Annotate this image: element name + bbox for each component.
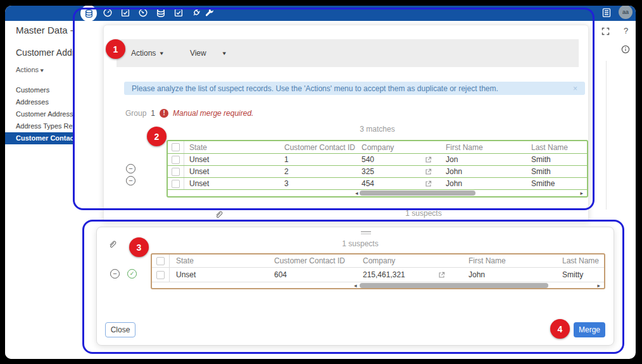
banner-close-icon[interactable]: × <box>573 84 577 93</box>
user-avatar[interactable]: aa <box>619 6 633 19</box>
expand-fullscreen-icon[interactable] <box>601 27 610 37</box>
suspects-count-strip: 1 suspects <box>392 209 455 218</box>
sidebar: Master Data - Refere Customer Addresses … <box>5 21 75 359</box>
gauge-icon[interactable] <box>138 8 148 18</box>
column-header-first-name: First Name <box>441 143 526 152</box>
page-title: Customer Addresses <box>16 47 75 58</box>
info-icon[interactable] <box>621 45 630 56</box>
database-server-icon[interactable] <box>156 8 166 18</box>
sidebar-item-address-types-reference[interactable]: Address Types Reference <box>5 120 75 132</box>
cell-company: 540 <box>356 155 415 164</box>
horizontal-scrollbar: ◂ ▸ <box>168 189 587 196</box>
column-header-first-name: First Name <box>456 256 557 265</box>
drag-handle-icon[interactable] <box>361 231 371 235</box>
select-all-checkbox[interactable] <box>172 143 180 151</box>
plug-icon[interactable] <box>191 8 201 18</box>
tasks-checklist-icon[interactable] <box>120 8 130 18</box>
horizontal-scrollbar: ◂ ▸ <box>152 282 604 288</box>
close-button[interactable]: Close <box>105 322 135 337</box>
manual-merge-warning: Manual merge required. <box>173 109 253 118</box>
dialog-toolbar: Actions ▾ View ▾ <box>116 39 579 67</box>
group-number: 1 <box>151 109 155 118</box>
cell-last-name: Smithe <box>526 179 587 188</box>
sidebar-item-customers[interactable]: Customers <box>5 84 75 96</box>
cell-state: Unset <box>170 270 269 279</box>
external-link-icon[interactable] <box>425 156 432 163</box>
unmerge-row-icon[interactable]: − <box>126 176 135 185</box>
annotation-4: 4 <box>550 319 570 339</box>
matches-table: State Customer Contact ID Company First … <box>167 140 588 198</box>
scroll-right-arrow[interactable]: ▸ <box>597 282 600 288</box>
panel-divider <box>606 61 607 210</box>
speedometer-icon[interactable] <box>103 8 113 18</box>
unmerge-row-icon[interactable]: − <box>110 269 120 279</box>
match-row[interactable]: Unset 2 325 John Smith <box>168 165 587 177</box>
warning-icon: ! <box>160 109 168 118</box>
column-header-company: Company <box>358 256 427 265</box>
table-header-row: State Customer Contact ID Company First … <box>152 254 604 267</box>
annotation-3: 3 <box>129 237 149 257</box>
match-row[interactable]: Unset 1 540 Jon Smith <box>168 153 587 165</box>
match-row[interactable]: Unset 3 454 John Smithe <box>168 177 587 189</box>
scroll-left-arrow[interactable]: ◂ <box>355 191 358 196</box>
row-checkbox[interactable] <box>172 168 180 176</box>
row-checkbox[interactable] <box>156 271 165 279</box>
cell-last-name: Smith <box>526 155 587 164</box>
cell-state: Unset <box>184 167 279 176</box>
caret-down-icon: ▾ <box>41 65 44 75</box>
annotation-1: 1 <box>106 39 125 59</box>
approvals-checklist-icon[interactable] <box>173 8 184 18</box>
column-header-contact-id: Customer Contact ID <box>279 143 356 152</box>
sidebar-actions-menu[interactable]: Actions ▾ <box>16 65 44 75</box>
group-header: Group 1 ! Manual merge required. <box>125 108 253 118</box>
column-header-state: State <box>184 143 279 152</box>
cell-last-name: Smith <box>526 167 587 176</box>
matches-count-title: 3 matches <box>167 125 588 134</box>
external-link-icon[interactable] <box>425 168 432 175</box>
view-menu-button[interactable]: View <box>190 49 206 58</box>
scrollbar-thumb[interactable] <box>360 191 475 196</box>
suspects-panel: 1 suspects State Customer Contact ID Com… <box>96 227 614 346</box>
caret-down-icon[interactable]: ▾ <box>160 50 163 56</box>
suspects-table: State Customer Contact ID Company First … <box>151 253 605 289</box>
scroll-left-arrow[interactable]: ◂ <box>354 282 357 288</box>
cell-company: 325 <box>356 167 415 176</box>
cell-first-name: John <box>441 179 526 188</box>
external-link-icon[interactable] <box>438 272 445 279</box>
caret-down-icon[interactable]: ▾ <box>222 50 225 56</box>
row-checkbox[interactable] <box>172 156 180 164</box>
cell-last-name: Smitty <box>557 270 604 279</box>
attachment-icon[interactable] <box>215 210 223 220</box>
unmerge-row-icon[interactable]: − <box>126 164 135 173</box>
cell-contact-id: 604 <box>269 270 358 279</box>
external-link-icon[interactable] <box>425 180 432 187</box>
cell-company: 454 <box>356 179 415 188</box>
info-banner-text: Please analyze the list of suspect recor… <box>132 84 498 93</box>
wrench-icon[interactable] <box>205 8 215 18</box>
suspects-count-title: 1 suspects <box>329 239 392 249</box>
top-navigation-bar: aa <box>5 6 636 21</box>
column-header-contact-id: Customer Contact ID <box>269 256 358 265</box>
merge-button[interactable]: Merge <box>574 322 605 337</box>
table-header-row: State Customer Contact ID Company First … <box>168 141 587 153</box>
sidebar-nav: Customers Addresses Customer Addresses A… <box>5 84 75 144</box>
attachment-icon[interactable] <box>108 239 117 250</box>
forms-list-icon[interactable] <box>601 8 612 18</box>
sidebar-item-customer-contacts[interactable]: Customer Contacts <box>5 132 75 144</box>
actions-menu-button[interactable]: Actions <box>131 49 156 58</box>
suspect-row[interactable]: Unset 604 215,461,321 John Smitty <box>152 267 604 282</box>
select-all-checkbox[interactable] <box>156 257 165 265</box>
scrollbar-thumb[interactable] <box>360 283 548 288</box>
app-window: aa Master Data - Refere Customer Address… <box>5 6 636 359</box>
master-data-database-icon[interactable] <box>80 6 97 22</box>
sidebar-item-addresses[interactable]: Addresses <box>5 96 75 108</box>
help-icon[interactable]: ? <box>624 26 628 35</box>
sidebar-item-customer-addresses[interactable]: Customer Addresses <box>5 108 75 120</box>
column-header-state: State <box>170 256 269 265</box>
cell-first-name: John <box>456 270 557 279</box>
cell-state: Unset <box>184 155 279 164</box>
row-checkbox[interactable] <box>172 180 180 188</box>
scroll-right-arrow[interactable]: ▸ <box>580 191 583 196</box>
accepted-check-icon[interactable]: ✓ <box>127 269 137 279</box>
column-header-last-name: Last Name <box>526 143 587 152</box>
